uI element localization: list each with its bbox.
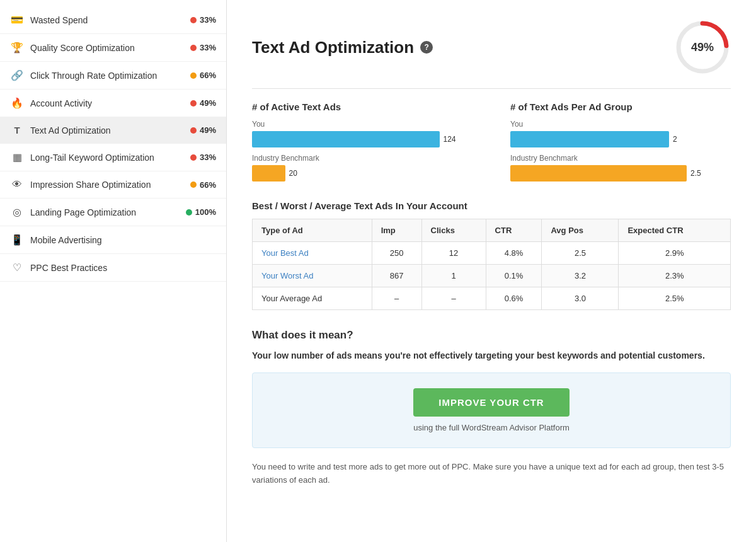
table-row: Your Average Ad – – 0.6% 3.0 2.5% xyxy=(253,287,731,310)
sidebar-item-mobile[interactable]: 📱 Mobile Advertising xyxy=(0,226,226,254)
active-ads-industry-label: Industry Benchmark xyxy=(252,154,472,163)
page-header: Text Ad Optimization ? 49% xyxy=(252,19,731,89)
sidebar-item-account-activity[interactable]: 🔥 Account Activity 49% xyxy=(0,89,226,117)
ads-per-group-industry-bar xyxy=(510,165,687,182)
ads-per-group-you-bar xyxy=(510,131,669,147)
sidebar-badge: 33% xyxy=(190,153,216,162)
dot-icon xyxy=(190,127,197,134)
footer-text: You need to write and test more ads to g… xyxy=(252,461,731,487)
quality-score-icon: 🏆 xyxy=(10,42,24,54)
avg-ad-avg-pos: 3.0 xyxy=(542,287,619,310)
dot-icon xyxy=(190,100,197,107)
worst-ad-expected-ctr: 2.3% xyxy=(619,265,731,287)
active-ads-you-label: You xyxy=(252,120,472,129)
wasted-spend-icon: 💳 xyxy=(10,14,24,26)
ads-per-group-you-bar-row: 2 xyxy=(510,131,731,147)
sidebar-badge: 49% xyxy=(190,125,216,135)
ads-table: Type of Ad Imp Clicks CTR Avg Pos Expect… xyxy=(252,219,731,310)
ads-per-group-you-label: You xyxy=(510,120,731,129)
active-ads-industry-value: 20 xyxy=(289,169,297,178)
avg-ad-clicks: – xyxy=(421,287,486,310)
best-ad-clicks: 12 xyxy=(421,242,486,265)
cta-subtitle: using the full WordStream Advisor Platfo… xyxy=(268,423,715,432)
worst-ad-ctr: 0.1% xyxy=(486,265,542,287)
best-ad-expected-ctr: 2.9% xyxy=(619,242,731,265)
col-type: Type of Ad xyxy=(253,219,372,242)
sidebar-badge: 100% xyxy=(186,207,216,217)
avg-ad-expected-ctr: 2.5% xyxy=(619,287,731,310)
landing-page-icon: ◎ xyxy=(10,206,24,218)
table-row: Your Worst Ad 867 1 0.1% 3.2 2.3% xyxy=(253,265,731,287)
sidebar-item-impression-share[interactable]: 👁 Impression Share Optimization 66% xyxy=(0,171,226,199)
sidebar-label: Wasted Spend xyxy=(30,15,190,25)
sidebar-badge: 33% xyxy=(190,43,216,52)
ads-per-group-title: # of Text Ads Per Ad Group xyxy=(510,101,731,112)
worst-ad-clicks: 1 xyxy=(421,265,486,287)
sidebar-item-landing-page[interactable]: ◎ Landing Page Optimization 100% xyxy=(0,199,226,226)
col-avg-pos: Avg Pos xyxy=(542,219,619,242)
dot-icon xyxy=(190,45,197,51)
sidebar-item-quality-score[interactable]: 🏆 Quality Score Optimization 33% xyxy=(0,34,226,62)
meaning-title: What does it mean? xyxy=(252,329,731,342)
avg-ad-ctr: 0.6% xyxy=(486,287,542,310)
active-ads-industry-bar xyxy=(252,165,285,182)
ads-per-group-you-value: 2 xyxy=(673,135,677,144)
account-activity-icon: 🔥 xyxy=(10,97,24,109)
impression-share-icon: 👁 xyxy=(10,179,24,190)
table-section-title: Best / Worst / Average Text Ads In Your … xyxy=(252,200,731,211)
cta-box: IMPROVE YOUR CTR using the full WordStre… xyxy=(252,372,731,448)
col-ctr: CTR xyxy=(486,219,542,242)
ppc-icon: ♡ xyxy=(10,262,24,274)
gauge-value: 49% xyxy=(691,41,714,54)
active-text-ads-block: # of Active Text Ads You 124 Industry Be… xyxy=(252,101,472,182)
dot-icon xyxy=(190,154,197,161)
best-ad-link[interactable]: Your Best Ad xyxy=(253,242,372,265)
col-expected-ctr: Expected CTR xyxy=(619,219,731,242)
sidebar-item-ppc[interactable]: ♡ PPC Best Practices xyxy=(0,254,226,282)
dot-icon xyxy=(190,72,197,79)
best-ad-avg-pos: 2.5 xyxy=(542,242,619,265)
long-tail-icon: ▦ xyxy=(10,151,24,163)
sidebar-item-ctr[interactable]: 🔗 Click Through Rate Optimization 66% xyxy=(0,62,226,89)
meaning-text: Your low number of ads means you're not … xyxy=(252,349,731,362)
active-ads-you-value: 124 xyxy=(444,135,456,144)
sidebar-badge: 33% xyxy=(190,15,216,25)
sidebar-badge: 49% xyxy=(190,98,216,108)
col-clicks: Clicks xyxy=(421,219,486,242)
active-ads-you-bar-row: 124 xyxy=(252,131,472,147)
worst-ad-link[interactable]: Your Worst Ad xyxy=(253,265,372,287)
table-body: Your Best Ad 250 12 4.8% 2.5 2.9% Your W… xyxy=(253,242,731,310)
table-head: Type of Ad Imp Clicks CTR Avg Pos Expect… xyxy=(253,219,731,242)
stats-section: # of Active Text Ads You 124 Industry Be… xyxy=(252,101,731,182)
improve-ctr-button[interactable]: IMPROVE YOUR CTR xyxy=(413,388,569,417)
ads-per-group-block: # of Text Ads Per Ad Group You 2 Industr… xyxy=(510,101,731,182)
average-ad: Your Average Ad xyxy=(253,287,372,310)
ads-per-group-industry-label: Industry Benchmark xyxy=(510,154,731,163)
active-ads-you-bar xyxy=(252,131,440,147)
sidebar-item-wasted-spend[interactable]: 💳 Wasted Spend 33% xyxy=(0,6,226,34)
col-imp: Imp xyxy=(372,219,421,242)
help-icon[interactable]: ? xyxy=(420,41,433,54)
dot-icon xyxy=(186,209,192,216)
sidebar-badge: 66% xyxy=(190,180,216,190)
page-title: Text Ad Optimization ? xyxy=(252,38,433,57)
sidebar-item-text-ad[interactable]: T Text Ad Optimization 49% xyxy=(0,117,226,144)
text-ad-icon: T xyxy=(10,125,24,136)
ctr-icon: 🔗 xyxy=(10,69,24,81)
ads-per-group-industry-bar-row: 2.5 xyxy=(510,165,731,182)
sidebar-badge: 66% xyxy=(190,71,216,80)
ads-per-group-industry-value: 2.5 xyxy=(690,169,701,178)
sidebar-item-long-tail[interactable]: ▦ Long-Tail Keyword Optimization 33% xyxy=(0,144,226,171)
best-ad-ctr: 4.8% xyxy=(486,242,542,265)
sidebar: 💳 Wasted Spend 33% 🏆 Quality Score Optim… xyxy=(0,0,227,542)
mobile-icon: 📱 xyxy=(10,234,24,246)
active-ads-industry-bar-row: 20 xyxy=(252,165,472,182)
gauge: 49% xyxy=(674,19,731,76)
avg-ad-imp: – xyxy=(372,287,421,310)
worst-ad-avg-pos: 3.2 xyxy=(542,265,619,287)
dot-icon xyxy=(190,182,197,188)
worst-ad-imp: 867 xyxy=(372,265,421,287)
dot-icon xyxy=(190,17,197,23)
table-header-row: Type of Ad Imp Clicks CTR Avg Pos Expect… xyxy=(253,219,731,242)
table-row: Your Best Ad 250 12 4.8% 2.5 2.9% xyxy=(253,242,731,265)
